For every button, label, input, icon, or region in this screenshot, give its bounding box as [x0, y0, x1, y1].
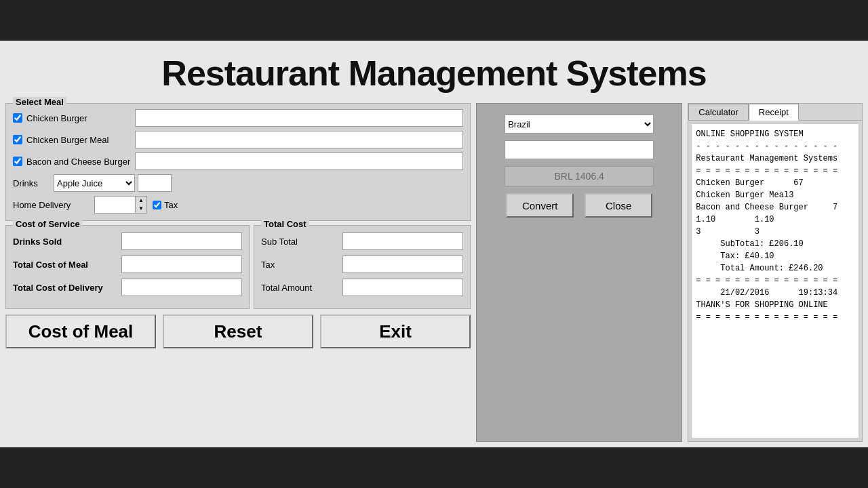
cost-of-meal-button[interactable]: Cost of Meal — [5, 314, 156, 348]
drinks-price-input[interactable]: 1.10 — [138, 174, 172, 192]
drinks-select[interactable]: Apple Juice Orange Juice Cola Water — [54, 174, 135, 192]
action-buttons: Cost of Meal Reset Exit — [5, 314, 471, 348]
select-meal-title: Select Meal — [13, 97, 66, 107]
meal-row-bacon-cheese: Bacon and Cheese Burger 7 — [13, 152, 463, 170]
sub-total-label: Sub Total — [261, 237, 342, 247]
calculator-tab[interactable]: Calculator — [688, 104, 749, 120]
meal-row-chicken-burger-meal: Chicken Burger Meal 3 — [13, 131, 463, 148]
left-panel: Select Meal Chicken Burger 67 Chicken Bu… — [5, 103, 471, 442]
convert-button[interactable]: Convert — [506, 193, 574, 218]
total-meal-row: Total Cost of Meal £240.60 — [13, 256, 242, 273]
bottom-black-bar — [0, 447, 868, 488]
drinks-sold-row: Drinks Sold £1.10 — [13, 232, 242, 250]
select-meal-box: Select Meal Chicken Burger 67 Chicken Bu… — [5, 103, 471, 221]
meal-label-chicken-burger: Chicken Burger — [13, 113, 135, 123]
right-panel: Calculator Receipt ONLINE SHOPPING SYSTE… — [688, 103, 863, 442]
delivery-row: Home Delivery 3 ▲ ▼ Tax — [13, 196, 463, 214]
delivery-label: Home Delivery — [13, 200, 94, 210]
currency-panel: Brazil USA France Germany Japan 240 BRL … — [476, 103, 682, 442]
drinks-sold-value[interactable]: £1.10 — [121, 232, 242, 250]
receipt-line: Tax: £40.10 — [696, 250, 854, 262]
delivery-input[interactable]: 3 — [94, 196, 135, 214]
total-amount-row: Total Amount £246.20 — [261, 279, 463, 296]
receipt-line: ONLINE SHOPPING SYSTEM — [696, 128, 854, 140]
receipt-line: Chicken Burger Meal3 — [696, 189, 854, 201]
delivery-cost-row: Total Cost of Delivery £4.50 — [13, 279, 242, 296]
meal-check-chicken-burger[interactable] — [13, 113, 22, 123]
right-tabs: Calculator Receipt — [688, 104, 862, 121]
tax-total-row: Tax £40.10 — [261, 256, 463, 273]
tax-total-label: Tax — [261, 260, 342, 270]
total-cost-box: Total Cost Sub Total £206.10 Tax £40.10 … — [254, 225, 471, 309]
meal-row-chicken-burger: Chicken Burger 67 — [13, 109, 463, 127]
receipt-line: Bacon and Cheese Burger 7 — [696, 201, 854, 214]
receipt-line: = = = = = = = = = = = = = = = — [696, 165, 854, 177]
meal-check-bacon-cheese[interactable] — [13, 157, 22, 166]
receipt-line: Restaurant Management Systems — [696, 152, 854, 165]
drinks-sold-label: Drinks Sold — [13, 237, 121, 247]
currency-amount-input[interactable]: 240 — [505, 140, 654, 159]
cost-service-box: Cost of Service Drinks Sold £1.10 Total … — [5, 225, 250, 309]
sub-total-value[interactable]: £206.10 — [342, 232, 463, 250]
receipt-line: - - - - - - - - - - - - - - - — [696, 140, 854, 152]
meal-qty-chicken-burger[interactable]: 67 — [135, 109, 463, 127]
meal-check-chicken-burger-meal[interactable] — [13, 135, 22, 144]
total-meal-label: Total Cost of Meal — [13, 260, 121, 270]
receipt-line: = = = = = = = = = = = = = = = — [696, 274, 854, 287]
receipt-content: ONLINE SHOPPING SYSTEM- - - - - - - - - … — [691, 123, 859, 439]
tax-total-value[interactable]: £40.10 — [342, 256, 463, 273]
main-area: Select Meal Chicken Burger 67 Chicken Bu… — [0, 100, 868, 447]
spinner-down[interactable]: ▼ — [136, 205, 146, 213]
delivery-spinner: 3 ▲ ▼ — [94, 196, 147, 214]
spinner-up[interactable]: ▲ — [136, 197, 146, 205]
receipt-line: Total Amount: £246.20 — [696, 262, 854, 274]
meal-label-bacon-cheese: Bacon and Cheese Burger — [13, 157, 135, 167]
currency-buttons: Convert Close — [506, 193, 652, 218]
tax-check-row: Tax — [153, 200, 178, 210]
drinks-row: Drinks Apple Juice Orange Juice Cola Wat… — [13, 174, 463, 192]
total-amount-value[interactable]: £246.20 — [342, 279, 463, 296]
receipt-line: 21/02/2016 19:13:34 — [696, 287, 854, 299]
reset-button[interactable]: Reset — [163, 314, 313, 348]
delivery-cost-value[interactable]: £4.50 — [121, 279, 242, 296]
page-title: Restaurant Management Systems — [0, 53, 868, 94]
drinks-label: Drinks — [13, 178, 54, 188]
receipt-line: THANK'S FOR SHOPPING ONLINE — [696, 299, 854, 311]
total-cost-title: Total Cost — [261, 219, 309, 229]
sub-total-row: Sub Total £206.10 — [261, 232, 463, 250]
currency-result: BRL 1406.4 — [505, 166, 654, 186]
exit-button[interactable]: Exit — [320, 314, 471, 348]
total-meal-value[interactable]: £240.60 — [121, 256, 242, 273]
top-black-bar — [0, 0, 868, 41]
tax-label: Tax — [164, 200, 178, 210]
meal-qty-bacon-cheese[interactable]: 7 — [135, 152, 463, 170]
receipt-line: SubTotal: £206.10 — [696, 238, 854, 250]
receipt-line: 1.10 1.10 — [696, 214, 854, 226]
receipt-tab[interactable]: Receipt — [749, 104, 799, 121]
country-select[interactable]: Brazil USA France Germany Japan — [505, 115, 654, 134]
tax-checkbox[interactable] — [153, 201, 161, 209]
meal-label-chicken-burger-meal: Chicken Burger Meal — [13, 135, 135, 145]
delivery-cost-label: Total Cost of Delivery — [13, 283, 121, 293]
receipt-line: = = = = = = = = = = = = = = = — [696, 311, 854, 323]
bottom-boxes: Cost of Service Drinks Sold £1.10 Total … — [5, 225, 471, 309]
receipt-line: 3 3 — [696, 226, 854, 238]
spinner-buttons: ▲ ▼ — [135, 196, 147, 214]
meal-qty-chicken-burger-meal[interactable]: 3 — [135, 131, 463, 148]
header: Restaurant Management Systems — [0, 41, 868, 100]
cost-service-title: Cost of Service — [13, 219, 83, 229]
receipt-line: Chicken Burger 67 — [696, 177, 854, 189]
total-amount-label: Total Amount — [261, 283, 342, 293]
close-button[interactable]: Close — [585, 193, 652, 218]
